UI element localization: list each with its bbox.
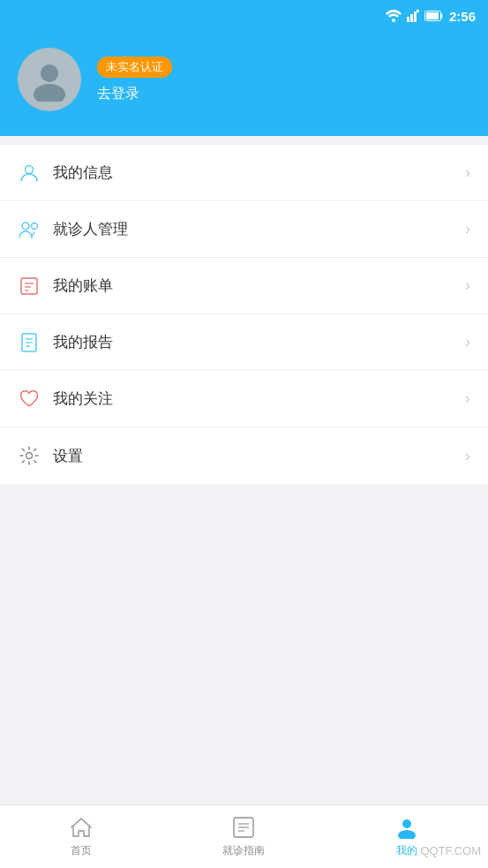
guide-icon — [231, 815, 256, 840]
chevron-icon: › — [465, 447, 470, 465]
nav-label-home: 首页 — [71, 843, 92, 858]
nav-label-profile: 我的 — [396, 843, 417, 858]
menu-item-patient-mgmt[interactable]: 就诊人管理 › — [0, 201, 488, 258]
menu-item-settings[interactable]: 设置 › — [0, 427, 488, 484]
watermark: QQTF.COM — [420, 844, 481, 857]
menu-label-patient-mgmt: 就诊人管理 — [53, 219, 465, 239]
svg-rect-7 — [426, 12, 439, 19]
menu-item-my-follow[interactable]: 我的关注 › — [0, 371, 488, 427]
profile-info: 未实名认证 去登录 — [97, 57, 172, 103]
unverified-badge: 未实名认证 — [97, 57, 172, 78]
svg-point-27 — [398, 830, 416, 839]
svg-point-0 — [392, 19, 395, 22]
svg-point-9 — [34, 84, 65, 102]
signal-icon — [407, 10, 419, 22]
nav-item-profile[interactable]: 我的 — [326, 805, 488, 868]
login-link[interactable]: 去登录 — [97, 85, 172, 103]
person-icon — [18, 162, 41, 185]
svg-point-21 — [26, 453, 33, 459]
svg-point-11 — [22, 223, 29, 230]
svg-rect-2 — [410, 14, 413, 22]
avatar — [18, 48, 81, 111]
bottom-nav: 首页 就诊指南 我的 — [0, 804, 488, 868]
avatar-icon — [27, 57, 71, 102]
menu-label-my-info: 我的信息 — [53, 162, 465, 183]
profile-header: 未实名认证 去登录 — [0, 32, 488, 136]
nav-item-guide[interactable]: 就诊指南 — [162, 805, 325, 868]
svg-rect-1 — [407, 17, 409, 22]
menu-label-my-follow: 我的关注 — [53, 389, 465, 409]
svg-point-10 — [26, 165, 34, 173]
nav-label-guide: 就诊指南 — [222, 843, 265, 858]
menu-item-my-info[interactable]: 我的信息 › — [0, 145, 488, 201]
chevron-icon: › — [465, 220, 470, 238]
profile-nav-icon — [394, 815, 419, 840]
status-icons: 2:56 — [386, 9, 476, 24]
svg-point-8 — [41, 64, 58, 82]
svg-point-12 — [32, 223, 38, 229]
report-icon — [18, 331, 41, 354]
chevron-icon: › — [465, 276, 470, 295]
chevron-icon: › — [465, 389, 470, 408]
bill-icon — [18, 275, 41, 298]
chevron-icon: › — [465, 163, 470, 182]
home-icon — [69, 815, 94, 840]
wifi-icon — [386, 10, 402, 22]
svg-point-26 — [402, 819, 411, 828]
chevron-icon: › — [465, 333, 470, 351]
svg-rect-13 — [21, 278, 37, 294]
heart-icon — [18, 388, 41, 411]
menu-item-my-report[interactable]: 我的报告 › — [0, 314, 488, 371]
status-time: 2:56 — [449, 9, 476, 24]
svg-rect-3 — [414, 11, 417, 22]
menu-label-my-report: 我的报告 — [53, 332, 465, 352]
menu-list: 我的信息 › 就诊人管理 › 我的账单 › — [0, 145, 488, 484]
gear-icon — [18, 444, 41, 467]
status-bar: 2:56 — [0, 0, 488, 32]
people-icon — [18, 218, 41, 241]
battery-icon — [424, 11, 444, 21]
menu-item-my-bill[interactable]: 我的账单 › — [0, 258, 488, 314]
menu-label-settings: 设置 — [53, 446, 465, 466]
menu-label-my-bill: 我的账单 — [53, 275, 465, 296]
nav-item-home[interactable]: 首页 — [0, 805, 162, 868]
